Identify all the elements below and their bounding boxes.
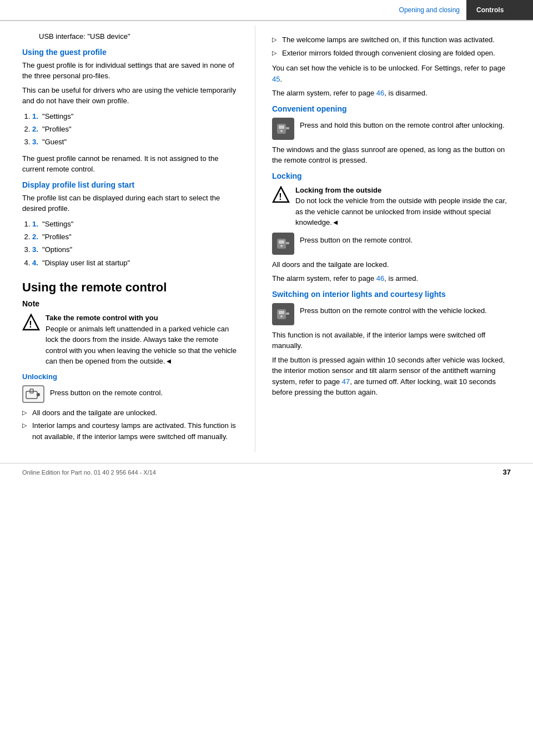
warning-triangle-icon: ! — [22, 314, 40, 331]
locking-heading: Locking — [272, 172, 516, 180]
unlocking-heading: Unlocking — [22, 372, 238, 381]
right-column: The welcome lamps are switched on, if th… — [255, 26, 533, 452]
remote-warning-text: Take the remote control with you People … — [46, 313, 238, 367]
unlock-remote-icon — [22, 385, 44, 403]
svg-point-7 — [280, 130, 283, 132]
interior-lights-para2: If the button is pressed again within 10… — [272, 355, 516, 398]
interior-lights-icon-box: Press button on the remote control with … — [272, 303, 516, 325]
bmw-remote-icon-locking — [272, 233, 294, 255]
page-45-link[interactable]: 45 — [272, 75, 280, 83]
chapter-label: Controls — [476, 6, 504, 14]
main-content: USB interface: "USB device" Using the gu… — [0, 21, 533, 452]
guest-steps: 1. "Settings" 2. "Profiles" 3. "Guest" — [32, 110, 238, 149]
svg-rect-12 — [279, 240, 284, 244]
guest-para1: The guest profile is for individual sett… — [22, 60, 238, 82]
remote-warning-box: ! Take the remote control with you Peopl… — [22, 313, 238, 367]
page-46b-link[interactable]: 46 — [376, 274, 384, 283]
page-number: 37 — [503, 468, 511, 476]
page-47-link[interactable]: 47 — [342, 377, 350, 386]
guest-step-3: 3. "Guest" — [32, 135, 238, 148]
left-column: USB interface: "USB device" Using the gu… — [0, 26, 255, 452]
convenient-opening-icon-text: Press and hold this button on the remote… — [300, 118, 505, 131]
welcome-bullet-1: The welcome lamps are switched on, if th… — [272, 34, 516, 46]
settings-para1: You can set how the vehicle is to be unl… — [272, 63, 516, 84]
bmw-remote-icon-convenient — [272, 118, 294, 140]
guest-profile-section: Using the guest profile The guest profil… — [22, 48, 238, 175]
svg-rect-16 — [279, 311, 284, 314]
welcome-bullets: The welcome lamps are switched on, if th… — [272, 34, 516, 58]
unlocking-section: Unlocking Press button on the remote con… — [22, 372, 238, 442]
welcome-bullet-2: Exterior mirrors folded through convenie… — [272, 48, 516, 59]
unlocking-bullets: All doors and the tailgate are unlocked.… — [22, 407, 238, 442]
locking-warning-box: ! Locking from the outside Do not lock t… — [272, 185, 516, 228]
convenient-opening-heading: Convenient opening — [272, 104, 516, 113]
display-profile-section: Display profile list during start The pr… — [22, 180, 238, 270]
convenient-opening-para: The windows and the glass sunroof are op… — [272, 144, 516, 166]
guest-para2: This can be useful for drivers who are u… — [22, 85, 238, 107]
settings-para2: The alarm system, refer to page 46, is d… — [272, 88, 516, 99]
note-label: Note — [22, 299, 238, 308]
display-steps: 1. "Settings" 2. "Profiles" 3. "Options"… — [32, 218, 238, 270]
display-profile-heading: Display profile list during start — [22, 180, 238, 189]
guest-para3: The guest profile cannot be renamed. It … — [22, 153, 238, 175]
svg-rect-14 — [286, 242, 289, 244]
guest-profile-heading: Using the guest profile — [22, 48, 238, 57]
interior-lights-section: Switching on interior lights and courtes… — [272, 290, 516, 398]
locking-icon-text: Press button on the remote control. — [300, 233, 413, 246]
guest-step-2: 2. "Profiles" — [32, 123, 238, 135]
bmw-remote-icon-lights — [272, 303, 294, 325]
usb-line: USB interface: "USB device" — [22, 31, 238, 42]
svg-point-17 — [280, 315, 283, 317]
remote-control-section: Using the remote control Note ! Take the… — [22, 280, 238, 367]
display-step-4: 4. "Display user list at startup" — [32, 256, 238, 269]
interior-lights-para1: This function is not available, if the i… — [272, 330, 516, 351]
interior-lights-heading: Switching on interior lights and courtes… — [272, 290, 516, 299]
page-46a-link[interactable]: 46 — [376, 89, 384, 97]
page-header: Opening and closing Controls — [0, 0, 533, 21]
svg-rect-8 — [286, 127, 289, 129]
svg-text:!: ! — [29, 320, 32, 329]
locking-icon-box: Press button on the remote control. — [272, 233, 516, 255]
locking-warning-text: Locking from the outside Do not lock the… — [295, 185, 516, 228]
section-title: Opening and closing — [0, 6, 466, 14]
locking-para1: All doors and the tailgate are locked. — [272, 259, 516, 270]
convenient-opening-section: Convenient opening Press and hold this b… — [272, 104, 516, 166]
convenient-opening-icon-box: Press and hold this button on the remote… — [272, 118, 516, 140]
section-label: Opening and closing — [399, 6, 460, 14]
svg-text:!: ! — [279, 192, 281, 201]
unlock-bullet-2: Interior lamps and courtesy lamps are ac… — [22, 420, 238, 442]
locking-warning-icon: ! — [272, 186, 290, 204]
display-step-1: 1. "Settings" — [32, 218, 238, 230]
svg-rect-6 — [279, 125, 284, 129]
display-para1: The profile list can be displayed during… — [22, 193, 238, 214]
display-step-3: 3. "Options" — [32, 243, 238, 256]
footer-text: Online Edition for Part no. 01 40 2 956 … — [22, 469, 156, 476]
unlocking-icon-text: Press button on the remote control. — [50, 385, 163, 399]
svg-rect-2 — [26, 391, 37, 399]
guest-step-1: 1. "Settings" — [32, 110, 238, 123]
unlock-bullet-1: All doors and the tailgate are unlocked. — [22, 407, 238, 419]
unlocking-icon-box: Press button on the remote control. — [22, 385, 238, 403]
locking-para2: The alarm system, refer to page 46, is a… — [272, 273, 516, 284]
svg-point-4 — [37, 393, 40, 396]
remote-control-heading: Using the remote control — [22, 280, 238, 295]
locking-section: Locking ! Locking from the outside Do no… — [272, 172, 516, 284]
interior-lights-icon-text: Press button on the remote control with … — [300, 303, 487, 316]
page-footer: Online Edition for Part no. 01 40 2 956 … — [0, 463, 533, 481]
display-step-2: 2. "Profiles" — [32, 230, 238, 243]
svg-point-13 — [280, 245, 283, 247]
svg-rect-18 — [286, 313, 289, 315]
chapter-title: Controls — [466, 0, 533, 20]
